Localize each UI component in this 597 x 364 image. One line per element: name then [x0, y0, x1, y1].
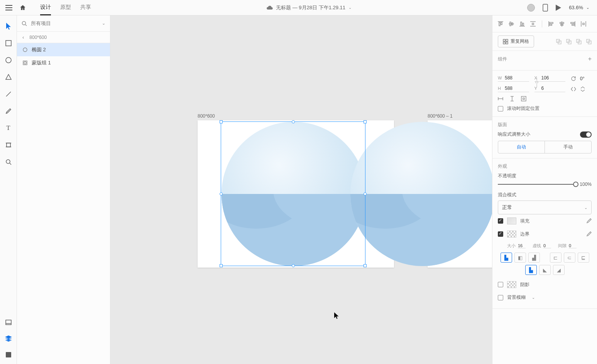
opacity-label: 不透明度	[498, 173, 592, 179]
svg-rect-41	[503, 39, 505, 41]
lock-aspect-icon[interactable]	[535, 78, 539, 87]
breadcrumb[interactable]: ‹ 800*600	[17, 32, 110, 43]
flip-h-icon[interactable]	[571, 86, 576, 92]
border-swatch[interactable]	[507, 231, 516, 238]
plugins-icon[interactable]	[5, 351, 12, 359]
shadow-swatch[interactable]	[507, 281, 516, 288]
cap-projecting-icon[interactable]: ⊑	[578, 253, 589, 263]
document-title[interactable]: 无标题 — 9月28日 下午1.29.11 ⌄	[91, 4, 527, 11]
rotation-input[interactable]: 0°	[580, 76, 592, 81]
pen-tool[interactable]	[5, 107, 12, 115]
shadow-checkbox[interactable]	[498, 282, 503, 287]
boolean-add-icon[interactable]	[556, 39, 561, 44]
search-input[interactable]	[31, 20, 98, 26]
responsive-toggle[interactable]	[580, 131, 592, 138]
chevron-down-icon[interactable]: ⌄	[532, 295, 535, 300]
avatar[interactable]	[527, 4, 535, 12]
artboard-2[interactable]	[428, 120, 492, 268]
stroke-outer-icon[interactable]: ▟	[528, 253, 540, 263]
align-top-icon[interactable]	[498, 21, 503, 27]
artboard-label[interactable]: 800*600 – 1	[428, 113, 453, 119]
responsive-mode-segment[interactable]: 自动 手动	[498, 141, 592, 153]
assets-icon[interactable]	[5, 318, 12, 326]
stroke-center-icon[interactable]: ◧	[514, 253, 526, 263]
x-input[interactable]: X106	[534, 75, 566, 82]
layers-panel: ⌄ ‹ 800*600 椭圆 2 蒙版组 1	[17, 15, 110, 364]
y-input[interactable]: Y6	[534, 86, 566, 92]
opacity-slider[interactable]	[498, 184, 576, 185]
seg-auto[interactable]: 自动	[498, 141, 545, 153]
layer-item-mask[interactable]: 蒙版组 1	[17, 56, 110, 69]
align-vcenter-icon[interactable]	[509, 21, 514, 27]
svg-rect-31	[550, 24, 552, 25]
cap-butt-icon[interactable]: ⊏	[550, 253, 561, 263]
chevron-down-icon[interactable]: ⌄	[102, 21, 105, 26]
blend-mode-select[interactable]: 正常 ⌄	[498, 201, 592, 214]
left-toolbar: T	[0, 15, 17, 364]
boolean-subtract-icon[interactable]	[566, 39, 572, 44]
rotate-icon[interactable]	[571, 76, 576, 81]
fill-swatch[interactable]	[507, 217, 516, 224]
canvas[interactable]: 800*600 800*600 – 1	[110, 15, 492, 364]
join-bevel-icon[interactable]: ◢	[553, 265, 565, 275]
eyedropper-icon[interactable]	[586, 218, 592, 224]
device-preview-icon[interactable]	[543, 4, 548, 12]
layers-icon[interactable]	[5, 335, 12, 342]
svg-rect-1	[6, 40, 11, 46]
seg-manual[interactable]: 手动	[545, 141, 591, 153]
tab-design[interactable]: 设计	[40, 0, 51, 15]
constraint-both-icon[interactable]	[521, 96, 526, 101]
svg-rect-59	[521, 96, 526, 101]
tab-share[interactable]: 共享	[80, 0, 91, 15]
play-icon[interactable]	[556, 5, 561, 11]
distribute-v-icon[interactable]	[530, 21, 536, 27]
align-bottom-icon[interactable]	[519, 21, 525, 27]
top-bar: 设计 原型 共享 无标题 — 9月28日 下午1.29.11 ⌄ 63.6% ⌄	[0, 0, 597, 15]
height-input[interactable]: H588	[498, 86, 529, 92]
distribute-h-icon[interactable]	[581, 21, 586, 27]
stroke-gap-value[interactable]: 0	[569, 243, 577, 248]
constraint-height-icon[interactable]	[509, 96, 515, 101]
width-input[interactable]: W588	[498, 75, 529, 82]
text-tool[interactable]: T	[5, 124, 12, 132]
ellipse-shape[interactable]	[222, 122, 366, 266]
components-title: 组件	[498, 56, 507, 62]
tab-prototype[interactable]: 原型	[60, 0, 71, 15]
repeat-grid-button[interactable]: 重复网格	[498, 35, 534, 47]
home-icon[interactable]	[19, 4, 26, 11]
line-tool[interactable]	[5, 90, 12, 98]
stroke-dash-value[interactable]: 0	[543, 243, 551, 248]
zoom-tool[interactable]	[5, 158, 12, 166]
fill-checkbox[interactable]	[498, 218, 503, 224]
add-component-icon[interactable]: +	[588, 56, 592, 62]
align-hcenter-icon[interactable]	[559, 21, 565, 27]
constraint-width-icon[interactable]	[498, 96, 503, 101]
ellipse-tool[interactable]	[5, 56, 12, 64]
select-tool[interactable]	[5, 22, 12, 30]
layer-item-ellipse[interactable]: 椭圆 2	[17, 43, 110, 56]
eyedropper-icon[interactable]	[586, 231, 592, 237]
border-checkbox[interactable]	[498, 231, 503, 237]
align-left-icon[interactable]	[548, 21, 554, 27]
back-icon[interactable]: ‹	[22, 34, 24, 40]
cap-round-icon[interactable]: ⊂	[564, 253, 575, 263]
boolean-intersect-icon[interactable]	[576, 39, 582, 44]
flip-v-icon[interactable]	[580, 86, 585, 92]
zoom-control[interactable]: 63.6% ⌄	[569, 5, 589, 10]
fix-scroll-checkbox[interactable]	[498, 106, 503, 111]
menu-icon[interactable]	[5, 5, 12, 10]
bgblur-checkbox[interactable]	[498, 295, 503, 300]
doc-title-text: 无标题 — 9月28日 下午1.29.11	[276, 4, 345, 11]
align-right-icon[interactable]	[570, 21, 575, 27]
artboard-label[interactable]: 800*600	[198, 113, 215, 119]
artboard-tool[interactable]	[5, 141, 12, 149]
stroke-size-value[interactable]: 16	[518, 243, 526, 248]
join-miter-icon[interactable]: ▙	[525, 265, 537, 275]
grid-icon	[503, 39, 508, 44]
rectangle-tool[interactable]	[5, 39, 12, 47]
layer-search[interactable]: ⌄	[17, 15, 110, 32]
polygon-tool[interactable]	[5, 73, 12, 81]
boolean-exclude-icon[interactable]	[586, 39, 592, 44]
join-round-icon[interactable]: ◣	[539, 265, 551, 275]
stroke-inner-icon[interactable]: ▙	[501, 253, 512, 263]
